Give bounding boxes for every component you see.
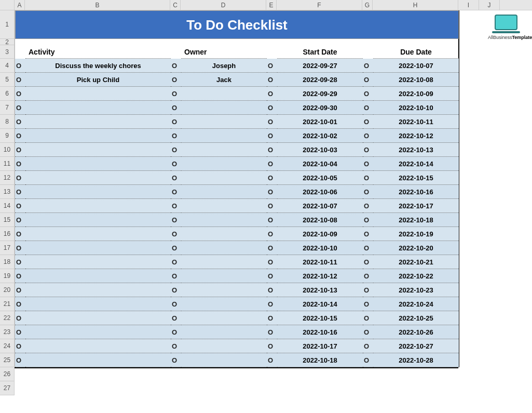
col-header-G[interactable]: G bbox=[362, 0, 373, 10]
row-header-16[interactable]: 16 bbox=[0, 227, 15, 241]
due-date-cell[interactable]: 2022-10-16 bbox=[373, 185, 459, 199]
marker-cell[interactable]: O bbox=[267, 199, 277, 213]
owner-cell[interactable] bbox=[181, 171, 267, 185]
marker-cell[interactable]: O bbox=[171, 157, 181, 171]
col-header-C[interactable]: C bbox=[170, 0, 181, 10]
due-date-cell[interactable]: 2022-10-11 bbox=[373, 115, 459, 129]
marker-cell[interactable]: O bbox=[171, 101, 181, 115]
row-header-18[interactable]: 18 bbox=[0, 255, 15, 269]
marker-cell[interactable]: O bbox=[267, 227, 277, 241]
marker-cell[interactable]: O bbox=[363, 241, 373, 255]
title-banner[interactable]: To Do Checklist bbox=[15, 10, 459, 39]
marker-cell[interactable]: O bbox=[15, 255, 25, 269]
marker-cell[interactable]: O bbox=[15, 59, 25, 73]
marker-cell[interactable]: O bbox=[171, 283, 181, 297]
activity-cell[interactable] bbox=[25, 87, 171, 101]
owner-cell[interactable] bbox=[181, 213, 267, 227]
due-date-cell[interactable]: 2022-10-21 bbox=[373, 255, 459, 269]
marker-cell[interactable]: O bbox=[363, 199, 373, 213]
start-date-cell[interactable]: 2022-10-03 bbox=[277, 143, 363, 157]
marker-cell[interactable]: O bbox=[171, 269, 181, 283]
col-header-B[interactable]: B bbox=[25, 0, 170, 10]
start-date-cell[interactable]: 2022-10-09 bbox=[277, 227, 363, 241]
row-header-13[interactable]: 13 bbox=[0, 185, 15, 199]
start-date-cell[interactable]: 2022-09-27 bbox=[277, 59, 363, 73]
start-date-cell[interactable]: 2022-10-10 bbox=[277, 241, 363, 255]
marker-cell[interactable]: O bbox=[171, 73, 181, 87]
activity-cell[interactable] bbox=[25, 157, 171, 171]
marker-cell[interactable]: O bbox=[363, 185, 373, 199]
row-header-25[interactable]: 25 bbox=[0, 353, 15, 367]
marker-cell[interactable]: O bbox=[363, 297, 373, 311]
marker-cell[interactable]: O bbox=[267, 185, 277, 199]
marker-cell[interactable]: O bbox=[15, 241, 25, 255]
row-header-1[interactable]: 1 bbox=[0, 10, 15, 39]
marker-cell[interactable]: O bbox=[171, 241, 181, 255]
marker-cell[interactable]: O bbox=[267, 213, 277, 227]
owner-cell[interactable] bbox=[181, 283, 267, 297]
marker-cell[interactable]: O bbox=[15, 143, 25, 157]
due-date-cell[interactable]: 2022-10-12 bbox=[373, 129, 459, 143]
start-date-cell[interactable]: 2022-10-15 bbox=[277, 311, 363, 325]
marker-cell[interactable]: O bbox=[363, 73, 373, 87]
due-date-cell[interactable]: 2022-10-28 bbox=[373, 353, 459, 367]
start-date-cell[interactable]: 2022-10-12 bbox=[277, 269, 363, 283]
marker-cell[interactable]: O bbox=[363, 213, 373, 227]
select-all-corner[interactable] bbox=[0, 0, 15, 10]
row-header-27[interactable]: 27 bbox=[0, 381, 15, 395]
marker-cell[interactable]: O bbox=[15, 129, 25, 143]
activity-cell[interactable] bbox=[25, 255, 171, 269]
marker-cell[interactable]: O bbox=[15, 269, 25, 283]
start-date-cell[interactable]: 2022-10-05 bbox=[277, 171, 363, 185]
marker-cell[interactable]: O bbox=[15, 185, 25, 199]
due-date-cell[interactable]: 2022-10-20 bbox=[373, 241, 459, 255]
marker-cell[interactable]: O bbox=[171, 171, 181, 185]
due-date-cell[interactable]: 2022-10-07 bbox=[373, 59, 459, 73]
header-owner[interactable]: Owner bbox=[181, 45, 267, 59]
marker-cell[interactable]: O bbox=[15, 227, 25, 241]
marker-cell[interactable]: O bbox=[267, 101, 277, 115]
start-date-cell[interactable]: 2022-10-18 bbox=[277, 353, 363, 367]
row-header-5[interactable]: 5 bbox=[0, 73, 15, 87]
due-date-cell[interactable]: 2022-10-27 bbox=[373, 339, 459, 353]
marker-cell[interactable]: O bbox=[267, 115, 277, 129]
activity-cell[interactable] bbox=[25, 115, 171, 129]
activity-cell[interactable] bbox=[25, 311, 171, 325]
marker-cell[interactable]: O bbox=[171, 297, 181, 311]
activity-cell[interactable] bbox=[25, 213, 171, 227]
start-date-cell[interactable]: 2022-10-13 bbox=[277, 283, 363, 297]
marker-cell[interactable]: O bbox=[267, 339, 277, 353]
row-header-3[interactable]: 3 bbox=[0, 45, 15, 59]
due-date-cell[interactable]: 2022-10-19 bbox=[373, 227, 459, 241]
marker-cell[interactable]: O bbox=[15, 115, 25, 129]
activity-cell[interactable] bbox=[25, 325, 171, 339]
start-date-cell[interactable]: 2022-10-11 bbox=[277, 255, 363, 269]
marker-cell[interactable]: O bbox=[363, 353, 373, 367]
marker-cell[interactable]: O bbox=[363, 87, 373, 101]
due-date-cell[interactable]: 2022-10-10 bbox=[373, 101, 459, 115]
row-header-15[interactable]: 15 bbox=[0, 213, 15, 227]
start-date-cell[interactable]: 2022-10-17 bbox=[277, 339, 363, 353]
col-header-I[interactable]: I bbox=[458, 0, 479, 10]
row-header-9[interactable]: 9 bbox=[0, 129, 15, 143]
activity-cell[interactable] bbox=[25, 269, 171, 283]
marker-cell[interactable]: O bbox=[363, 101, 373, 115]
marker-cell[interactable]: O bbox=[171, 311, 181, 325]
col-header-F[interactable]: F bbox=[277, 0, 362, 10]
marker-cell[interactable]: O bbox=[171, 143, 181, 157]
owner-cell[interactable] bbox=[181, 157, 267, 171]
due-date-cell[interactable]: 2022-10-22 bbox=[373, 269, 459, 283]
owner-cell[interactable] bbox=[181, 255, 267, 269]
owner-cell[interactable] bbox=[181, 241, 267, 255]
marker-cell[interactable]: O bbox=[363, 325, 373, 339]
marker-cell[interactable]: O bbox=[363, 115, 373, 129]
marker-cell[interactable]: O bbox=[15, 157, 25, 171]
marker-cell[interactable]: O bbox=[15, 73, 25, 87]
col-header-E[interactable]: E bbox=[266, 0, 277, 10]
marker-cell[interactable]: O bbox=[267, 157, 277, 171]
due-date-cell[interactable]: 2022-10-23 bbox=[373, 283, 459, 297]
marker-cell[interactable]: O bbox=[267, 325, 277, 339]
owner-cell[interactable] bbox=[181, 101, 267, 115]
marker-cell[interactable]: O bbox=[15, 311, 25, 325]
marker-cell[interactable]: O bbox=[363, 255, 373, 269]
